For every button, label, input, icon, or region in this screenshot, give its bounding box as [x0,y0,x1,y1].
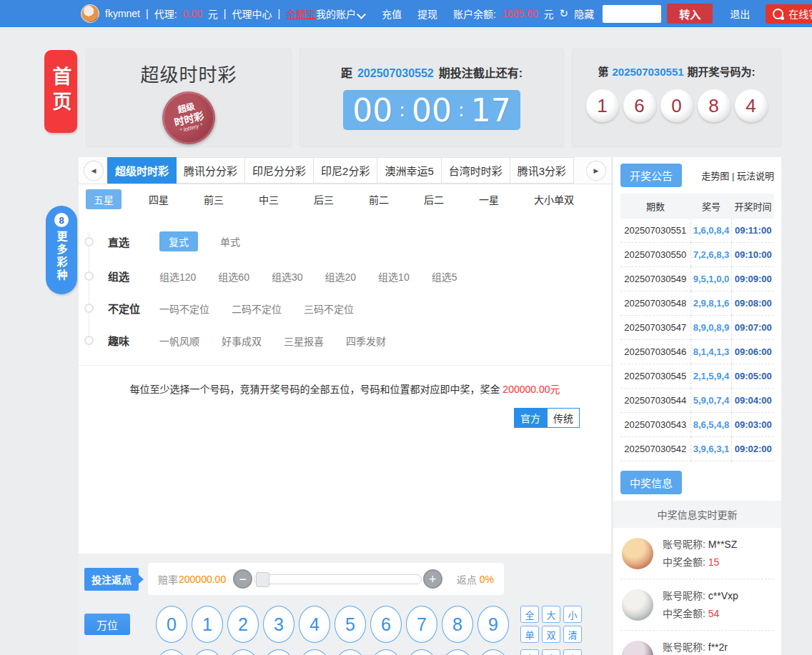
quick-select-button[interactable]: 大 [542,606,560,623]
quick-select-button[interactable]: 全 [520,649,539,655]
rebate-label: 返点 [457,572,477,586]
mode-official-button[interactable]: 官方 [514,408,547,428]
bet-option[interactable]: 三码不定位 [304,301,354,316]
refresh-balance-icon[interactable]: ↻ [560,7,569,20]
bet-option[interactable]: 一码不定位 [159,301,209,316]
rebate-minus-button[interactable]: − [233,569,252,589]
lottery-tab[interactable]: 台湾时时彩 [442,157,510,184]
rebate-slider[interactable] [254,574,422,584]
more-lotteries-button[interactable]: 8 更多彩种 [46,206,77,294]
digit-ball[interactable]: 9 [477,649,509,655]
play-subtab[interactable]: 一星 [471,189,507,209]
position-label[interactable]: 万位 [84,614,130,635]
digit-ball[interactable]: 2 [227,606,259,643]
digit-ball[interactable]: 2 [227,649,259,655]
digit-ball[interactable]: 5 [335,606,366,643]
lottery-tab[interactable]: 澳洲幸运5 [377,157,441,184]
bet-option[interactable]: 组选120 [159,269,196,284]
digit-ball[interactable]: 6 [370,606,402,643]
digit-ball[interactable]: 1 [192,649,223,655]
digit-ball[interactable]: 1 [192,606,223,643]
result-issue: 202507030547 [620,316,690,340]
result-issue: 202507030543 [620,413,690,437]
recharge-link[interactable]: 充值 [382,6,402,21]
quick-select-button[interactable]: 全 [520,606,539,623]
lottery-tab[interactable]: 腾讯分分彩 [177,157,245,184]
play-subtab[interactable]: 中三 [251,189,287,209]
digit-ball[interactable]: 6 [370,649,402,655]
bet-option[interactable]: 好事成双 [222,334,262,348]
online-service-button[interactable]: 在线客服 [766,4,812,24]
quick-select-button[interactable]: 清 [563,626,582,643]
bet-option[interactable]: 组选20 [325,269,357,284]
bet-option[interactable]: 组选30 [272,269,303,284]
transfer-button[interactable]: 转入 [667,4,713,24]
digit-ball[interactable]: 4 [299,606,330,643]
bet-option[interactable]: 单式 [220,234,240,249]
bet-option[interactable]: 三星报喜 [284,334,324,348]
bet-option[interactable]: 组选10 [378,269,410,284]
lottery-tab[interactable]: 超级时时彩 [107,157,177,184]
quick-select-button[interactable]: 小 [563,606,582,623]
quick-select-button[interactable]: 单 [520,626,539,643]
agent-center-link[interactable]: 代理中心 [232,6,272,21]
lottery-tab[interactable]: 印尼2分彩 [314,157,377,184]
winner-amount-line: 中奖金额: 15 [663,554,737,571]
digit-ball[interactable]: 3 [263,606,294,643]
result-issue: 202507030550 [620,243,690,267]
rebate-plus-button[interactable]: + [423,569,442,589]
logout-link[interactable]: 退出 [730,6,750,21]
digit-ball[interactable]: 0 [156,606,187,643]
bet-option[interactable]: 一帆风顺 [159,334,199,348]
bet-option[interactable]: 复式 [159,231,198,251]
quick-select-button[interactable]: 大 [542,649,560,655]
mode-toggle: 官方 传统 [79,408,611,428]
lottery-tab[interactable]: 印尼分分彩 [245,157,314,184]
digit-ball[interactable]: 4 [299,649,330,655]
winner-name-line: 账号昵称: f**2r [663,639,728,655]
digit-ball[interactable]: 5 [335,649,366,655]
lottery-tab[interactable]: 腾讯3分彩 [510,157,574,184]
bet-option[interactable]: 组选5 [432,269,457,284]
digit-ball[interactable]: 7 [406,606,437,643]
result-numbers: 7,2,6,8,3 [690,243,732,267]
quick-select-button[interactable]: 小 [563,649,582,655]
home-button[interactable]: 首页 [44,50,77,133]
quick-select-button[interactable]: 双 [542,626,560,643]
bet-option[interactable]: 二码不定位 [232,301,282,316]
digit-ball[interactable]: 8 [442,606,473,643]
prev-tab-icon[interactable]: ◀ [84,161,104,181]
transfer-amount-input[interactable] [603,5,661,23]
yuebao-link[interactable]: 余额宝 [286,6,316,21]
bet-options: 复式单式 [159,231,240,251]
username-link[interactable]: fkymnet [105,8,140,19]
play-subtab[interactable]: 五星 [86,189,122,209]
play-rules-link[interactable]: 玩法说明 [737,171,774,181]
play-subtab[interactable]: 前三 [196,189,232,209]
play-subtab[interactable]: 四星 [141,189,177,209]
digit-ball[interactable]: 7 [406,649,437,655]
separator: | [146,8,149,19]
bet-option[interactable]: 组选60 [218,269,249,284]
digit-ball[interactable]: 0 [156,649,187,655]
rebate-slider-handle[interactable] [256,572,269,587]
digit-ball[interactable]: 3 [263,649,294,655]
withdraw-link[interactable]: 提现 [417,6,437,21]
announce-tab-button[interactable]: 开奖公告 [620,164,682,187]
divider [79,365,611,366]
play-subtab[interactable]: 大小单双 [526,189,582,209]
announce-header: 开奖公告 走势图 | 玩法说明 [620,164,774,187]
next-tab-icon[interactable]: ▶ [586,161,606,181]
hide-balance-link[interactable]: 隐藏 [574,6,594,21]
mode-traditional-button[interactable]: 传统 [547,408,580,428]
bet-option[interactable]: 四季发财 [346,334,386,348]
my-account-menu[interactable]: 我的账户 [316,6,365,21]
play-subtab[interactable]: 后三 [306,189,342,209]
digit-ball[interactable]: 9 [477,606,509,643]
winners-tab-button[interactable]: 中奖信息 [620,471,682,494]
digit-ball[interactable]: 8 [442,649,473,655]
result-numbers: 9,5,1,0,0 [690,267,732,291]
play-subtab[interactable]: 前二 [361,189,397,209]
play-subtab[interactable]: 后二 [416,189,452,209]
trend-chart-link[interactable]: 走势图 [701,171,729,181]
